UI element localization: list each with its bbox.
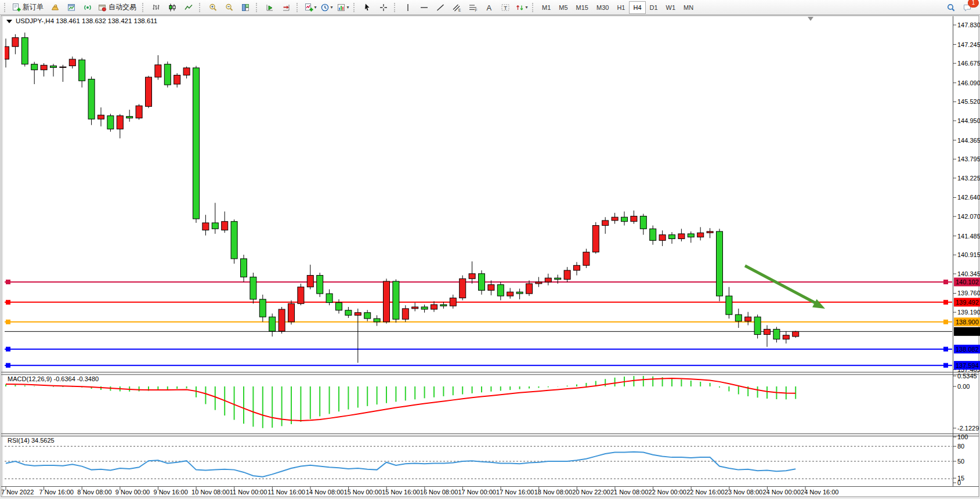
candlestick xyxy=(326,294,332,302)
candlestick xyxy=(526,284,533,294)
candlestick xyxy=(402,309,408,319)
time-axis-label: 15 Nov 00:00 xyxy=(344,489,382,496)
timeframe-m15-button[interactable]: M15 xyxy=(572,1,592,14)
charts-button[interactable] xyxy=(63,1,79,14)
candlestick xyxy=(488,285,494,291)
line-chart-button[interactable] xyxy=(180,1,197,14)
charts-icon xyxy=(67,3,76,12)
timeframe-mn-button[interactable]: MN xyxy=(679,1,697,14)
auto-scroll-button[interactable] xyxy=(262,1,278,14)
line-handle[interactable] xyxy=(944,280,948,284)
line-handle[interactable] xyxy=(6,347,10,351)
candlestick xyxy=(393,281,399,319)
chevron-down-icon[interactable]: ▾ xyxy=(330,5,332,10)
autotrading-button[interactable]: 自动交易 xyxy=(96,1,140,14)
line-handle[interactable] xyxy=(6,320,10,324)
chart-title: USDJPY-,H4 138.461 138.632 138.421 138.6… xyxy=(16,17,157,24)
signals-button[interactable] xyxy=(79,1,96,14)
fibonacci-button[interactable]: F xyxy=(465,1,481,14)
new-order-button[interactable]: 新订单 xyxy=(10,1,47,14)
arrows-button[interactable]: ▾ xyxy=(513,1,530,14)
time-axis-label: 21 Nov 08:00 xyxy=(610,489,648,496)
timeframe-m1-button[interactable]: M1 xyxy=(538,1,555,14)
candlestick xyxy=(726,296,732,314)
text-button[interactable]: A xyxy=(481,1,497,14)
new-order-button-label: 新订单 xyxy=(23,2,44,12)
chevron-down-icon[interactable]: ▾ xyxy=(346,5,349,10)
zoom-out-button[interactable] xyxy=(221,1,237,14)
indicators-button[interactable]: ▾ xyxy=(302,1,319,14)
crosshair-button[interactable] xyxy=(375,1,392,14)
svg-text:A: A xyxy=(487,3,492,12)
chevron-down-icon[interactable]: ▾ xyxy=(525,5,527,10)
candlestick xyxy=(174,75,180,84)
candlestick xyxy=(212,223,218,229)
candlestick xyxy=(783,335,789,339)
timeframe-d1-button[interactable]: D1 xyxy=(646,1,662,14)
candlestick xyxy=(431,305,437,309)
rsi-axis-label: 0 xyxy=(957,479,961,486)
chevron-down-icon[interactable]: ▾ xyxy=(314,5,316,10)
price-axis-label: 139.760 xyxy=(957,290,980,296)
timeframe-w1-button[interactable]: W1 xyxy=(662,1,680,14)
templates-button[interactable]: ▾ xyxy=(335,1,351,14)
candlestick xyxy=(259,299,266,317)
line-handle[interactable] xyxy=(944,347,948,351)
candlestick-button[interactable] xyxy=(164,1,180,14)
candlestick xyxy=(460,279,466,298)
periods-icon xyxy=(320,3,330,12)
horizontal-line-button[interactable] xyxy=(416,1,432,14)
timeframe-m30-button[interactable]: M30 xyxy=(592,1,613,14)
line-handle[interactable] xyxy=(6,280,10,284)
time-axis-label: 15 Nov 16:00 xyxy=(382,489,420,496)
periods-button[interactable]: ▾ xyxy=(319,1,335,14)
time-axis-label: 20 Nov 22:00 xyxy=(572,489,610,496)
timeframe-h1-button[interactable]: H1 xyxy=(613,1,629,14)
line-handle[interactable] xyxy=(944,363,948,367)
time-axis-label: 9 Nov 16:00 xyxy=(153,489,187,496)
tile-windows-button[interactable] xyxy=(237,1,254,14)
trendline-button[interactable] xyxy=(432,1,449,14)
candlestick xyxy=(450,298,456,306)
zoom-in-button[interactable] xyxy=(205,1,221,14)
community-button[interactable]: 1 xyxy=(959,1,975,14)
candlestick xyxy=(155,65,161,77)
candlestick xyxy=(650,229,656,240)
time-axis-label: 9 Nov 00:00 xyxy=(115,489,150,496)
price-badge-label: 138.082 xyxy=(956,346,979,353)
templates-icon xyxy=(337,3,346,12)
line-handle[interactable] xyxy=(944,300,948,304)
line-handle[interactable] xyxy=(6,300,10,304)
cursor-button[interactable] xyxy=(359,1,375,14)
chart-canvas[interactable]: 147.830147.245146.675146.090145.520144.9… xyxy=(0,15,980,499)
channel-button[interactable]: E xyxy=(449,1,465,14)
text-label-button[interactable]: T xyxy=(497,1,513,14)
candlestick xyxy=(288,303,295,322)
chart-shift-icon xyxy=(281,3,291,12)
candlestick xyxy=(707,232,713,233)
candlestick xyxy=(231,222,237,259)
autotrading-button-label: 自动交易 xyxy=(109,2,136,12)
line-handle[interactable] xyxy=(944,320,948,324)
candlestick xyxy=(69,59,75,66)
chart-shift-button[interactable] xyxy=(278,1,294,14)
price-axis-label: 145.520 xyxy=(957,98,980,105)
candlestick xyxy=(479,274,485,291)
candlestick xyxy=(592,226,599,252)
candlestick xyxy=(688,234,694,237)
price-axis-label: 141.485 xyxy=(957,233,980,240)
timeframe-h4-button[interactable]: H4 xyxy=(629,1,645,14)
time-axis-label: 8 Nov 08:00 xyxy=(77,489,111,496)
bar-chart-button[interactable] xyxy=(148,1,164,14)
timeframe-m5-button[interactable]: M5 xyxy=(555,1,572,14)
toolbar-grip xyxy=(353,3,357,12)
gold-button[interactable] xyxy=(47,1,63,14)
candlestick xyxy=(764,329,771,334)
line-handle[interactable] xyxy=(6,363,10,367)
price-axis-label: 147.830 xyxy=(957,21,980,28)
time-axis-label: 11 Nov 16:00 xyxy=(267,489,305,496)
search-button[interactable] xyxy=(943,1,959,14)
vertical-line-button[interactable] xyxy=(400,1,416,14)
time-axis-label: 7 Nov 2022 xyxy=(1,489,34,496)
candlestick xyxy=(107,115,114,129)
